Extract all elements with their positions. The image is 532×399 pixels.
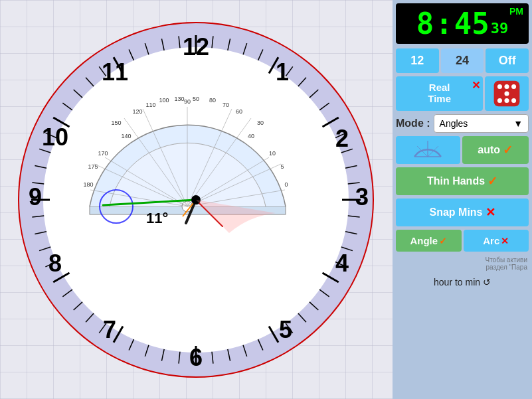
svg-text:140: 140 [121, 133, 131, 139]
svg-text:10: 10 [269, 150, 276, 157]
svg-point-100 [505, 91, 509, 96]
mode-dropdown[interactable]: Angles ▼ [434, 114, 529, 133]
realtime-x: ✕ [472, 79, 480, 92]
svg-text:170: 170 [98, 150, 108, 157]
angle-button[interactable]: Angle ✓ [396, 230, 462, 252]
mode-value: Angles [440, 118, 468, 129]
btn-24hour[interactable]: 24 [441, 48, 484, 73]
auto-button[interactable]: auto ✓ [462, 136, 529, 164]
mode-row: Mode : Angles ▼ [396, 114, 529, 133]
realtime-line2: Time [428, 93, 451, 104]
auto-check: ✓ [503, 143, 513, 157]
svg-text:110: 110 [145, 102, 155, 108]
svg-text:0: 0 [284, 181, 288, 188]
svg-text:100: 100 [159, 97, 169, 104]
clock-num-1: 1 [276, 58, 289, 86]
svg-point-96 [511, 84, 516, 89]
clock-num-3: 3 [355, 183, 369, 210]
svg-text:5: 5 [280, 163, 284, 170]
svg-text:70: 70 [222, 102, 229, 108]
thin-hands-button[interactable]: Thin Hands ✓ [396, 167, 529, 195]
hour-mode-row: 12 24 Off [396, 48, 529, 73]
thin-hands-check: ✓ [488, 174, 497, 189]
svg-text:130: 130 [174, 96, 184, 102]
dropdown-chevron: ▼ [513, 118, 523, 129]
svg-point-95 [505, 84, 509, 89]
svg-text:80: 80 [209, 97, 216, 104]
protractor-auto-row: auto ✓ [396, 136, 529, 164]
realtime-line1: Real [429, 82, 450, 93]
svg-point-97 [497, 98, 502, 103]
svg-text:180: 180 [83, 181, 93, 188]
thin-hands-label: Thin Hands [427, 175, 485, 187]
svg-text:175: 175 [88, 163, 98, 170]
svg-text:90: 90 [184, 98, 191, 105]
angle-arc-row: Angle ✓ Arc ✕ [396, 230, 529, 252]
btn-off[interactable]: Off [486, 48, 529, 73]
clock-num-2: 2 [335, 125, 349, 152]
angle-label: Angle [410, 235, 438, 246]
arc-label: Arc [483, 235, 499, 246]
clock-num-8: 8 [48, 250, 62, 277]
snap-mins-x: ✕ [486, 205, 495, 220]
angle-check: ✓ [439, 236, 447, 246]
protractor-icon [412, 140, 444, 160]
clock-area: 12 1 2 3 4 5 6 7 8 9 10 11 [0, 0, 392, 399]
clock-hours: 8 [416, 7, 434, 40]
svg-text:60: 60 [236, 108, 242, 115]
dice-button[interactable] [485, 76, 529, 111]
auto-label: auto [478, 144, 500, 156]
activation-line1: Чтобы активи [485, 256, 527, 264]
activation-line2: раздел "Пара [486, 264, 527, 271]
clock-seconds: 39 [491, 20, 509, 37]
clock-minutes: 45 [454, 7, 489, 40]
realtime-row: Real Time ✕ [396, 76, 529, 111]
clock-face: 12 1 2 3 4 5 6 7 8 9 10 11 [17, 21, 375, 379]
svg-point-94 [497, 84, 502, 89]
right-panel: PM 8 : 45 39 12 24 Off Real Time ✕ [393, 0, 532, 399]
svg-text:120: 120 [132, 108, 142, 115]
dice-icon [492, 79, 521, 108]
snap-mins-label: Snap Mins [429, 206, 482, 218]
clock-svg: 12 1 2 3 4 5 6 7 8 9 10 11 [17, 21, 375, 379]
svg-text:150: 150 [111, 120, 121, 126]
digital-clock: PM 8 : 45 39 [396, 3, 529, 44]
am-pm-label: PM [509, 6, 523, 17]
snap-mins-button[interactable]: Snap Mins ✕ [396, 199, 529, 226]
activation-text: Чтобы активи раздел "Пара [396, 255, 529, 272]
clock-colon: : [435, 7, 453, 40]
angle-label: 11° [146, 210, 168, 226]
arc-button[interactable]: Arc ✕ [464, 230, 529, 252]
svg-text:30: 30 [257, 120, 264, 126]
protractor-button[interactable] [396, 136, 460, 164]
mode-label: Mode : [396, 118, 430, 129]
svg-point-99 [511, 98, 516, 103]
clock-num-7: 7 [103, 316, 116, 343]
clock-num-9: 9 [29, 183, 42, 210]
svg-point-98 [505, 98, 509, 103]
svg-text:40: 40 [248, 133, 254, 139]
svg-text:50: 50 [193, 96, 199, 102]
arc-x: ✕ [501, 236, 509, 246]
clock-num-11: 11 [102, 58, 128, 86]
realtime-button[interactable]: Real Time ✕ [396, 76, 483, 111]
btn-12hour[interactable]: 12 [396, 48, 439, 73]
hour-to-min-label[interactable]: hour to min ↺ [396, 276, 529, 289]
